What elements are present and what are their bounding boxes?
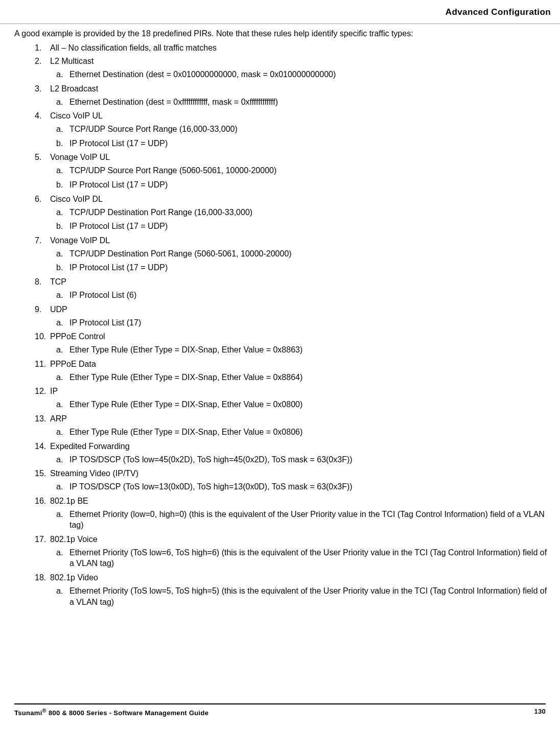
list-item: 8.TCPa.IP Protocol List (6)	[35, 277, 550, 301]
sub-list-letter: a.	[56, 124, 63, 135]
sub-list-text: Ethernet Priority (ToS low=5, ToS high=5…	[69, 586, 547, 606]
page-content: A good example is provided by the 18 pre…	[0, 24, 560, 607]
list-number: 18.	[35, 573, 48, 582]
list-item-title: PPPoE Control	[50, 332, 105, 341]
sub-list-letter: a.	[56, 207, 63, 218]
list-item: 14.Expedited Forwardinga.IP TOS/DSCP (To…	[35, 442, 550, 465]
list-item: 16.802.1p BEa.Ethernet Priority (low=0, …	[35, 497, 550, 531]
list-item: 4.Cisco VoIP ULa.TCP/UDP Source Port Ran…	[35, 111, 550, 149]
sub-list-text: Ether Type Rule (Ether Type = DIX-Snap, …	[69, 345, 302, 354]
sub-list-letter: b.	[56, 179, 63, 191]
sub-list: a. Ether Type Rule (Ether Type = DIX-Sna…	[50, 427, 550, 438]
sub-list-text: Ether Type Rule (Ether Type = DIX-Snap, …	[69, 428, 302, 436]
sub-list-item: b.IP Protocol List (17 = UDP)	[56, 221, 550, 232]
list-item: 15.Streaming Video (IP/TV)a.IP TOS/DSCP …	[35, 469, 550, 492]
sub-list-letter: a.	[56, 317, 63, 328]
page-number: 130	[534, 708, 546, 717]
sub-list-text: Ethernet Destination (dest = 0x010000000…	[69, 70, 336, 79]
sub-list-text: Ethernet Destination (dest = 0xfffffffff…	[69, 98, 278, 106]
sub-list-item: a.Ether Type Rule (Ether Type = DIX-Snap…	[56, 344, 550, 356]
sub-list-letter: b.	[56, 138, 63, 149]
sub-list-text: IP Protocol List (17 = UDP)	[69, 139, 168, 148]
sub-list-item: b.IP Protocol List (17 = UDP)	[56, 179, 550, 191]
sub-list-item: a.TCP/UDP Destination Port Range (16,000…	[56, 207, 550, 218]
list-number: 7.	[35, 236, 48, 245]
sub-list-letter: a.	[56, 509, 63, 520]
sub-list-text: IP TOS/DSCP (ToS low=45(0x2D), ToS high=…	[69, 455, 353, 464]
rules-list: 1.All – No classification fields, all tr…	[14, 43, 550, 607]
list-item-title: Cisco VoIP UL	[50, 111, 103, 120]
sub-list-text: IP Protocol List (17 = UDP)	[69, 222, 168, 230]
sub-list-item: a. Ether Type Rule (Ether Type = DIX-Sna…	[56, 427, 550, 438]
sub-list: a.Ether Type Rule (Ether Type = DIX-Snap…	[50, 399, 550, 410]
sub-list-letter: a.	[56, 585, 63, 597]
sub-list-item: a.IP TOS/DSCP (ToS low=45(0x2D), ToS hig…	[56, 454, 550, 465]
sub-list-item: a.IP Protocol List (17)	[56, 317, 550, 328]
sub-list-letter: a.	[56, 344, 63, 356]
sub-list-text: IP Protocol List (17)	[69, 318, 141, 327]
sub-list-item: a.Ethernet Priority (low=0, high=0) (thi…	[56, 509, 550, 531]
list-item-title: 802.1p Video	[50, 573, 98, 582]
footer-divider	[14, 703, 546, 704]
sub-list-text: IP Protocol List (6)	[69, 291, 136, 299]
sub-list-letter: b.	[56, 221, 63, 232]
list-item-title: 802.1p BE	[50, 497, 88, 505]
sub-list-text: Ethernet Priority (low=0, high=0) (this …	[69, 510, 545, 530]
list-number: 8.	[35, 277, 48, 287]
intro-paragraph: A good example is provided by the 18 pre…	[14, 29, 550, 38]
list-item: 10.PPPoE Controla.Ether Type Rule (Ether…	[35, 332, 550, 356]
sub-list-text: IP Protocol List (17 = UDP)	[69, 263, 168, 272]
sub-list: a.Ethernet Destination (dest = 0xfffffff…	[50, 97, 550, 108]
list-item-title: All – No classification fields, all traf…	[50, 43, 217, 52]
list-item: 18.802.1p Videoa.Ethernet Priority (ToS …	[35, 573, 550, 607]
list-item-title: Expedited Forwarding	[50, 442, 130, 451]
list-item-title: PPPoE Data	[50, 360, 96, 368]
sub-list-letter: a.	[56, 454, 63, 465]
list-item: 13.ARPa. Ether Type Rule (Ether Type = D…	[35, 414, 550, 438]
sub-list-letter: a.	[56, 481, 63, 492]
list-item-title: ARP	[50, 414, 67, 423]
sub-list-item: a.TCP/UDP Source Port Range (5060-5061, …	[56, 165, 550, 176]
list-number: 2.	[35, 57, 48, 66]
sub-list-item: a.IP Protocol List (6)	[56, 290, 550, 301]
sub-list-item: a.TCP/UDP Destination Port Range (5060-5…	[56, 248, 550, 260]
sub-list-letter: a.	[56, 69, 63, 80]
sub-list-letter: a.	[56, 248, 63, 260]
list-item-title: L2 Multicast	[50, 57, 94, 65]
list-item-title: IP	[50, 387, 58, 395]
list-item: 11.PPPoE Dataa.Ether Type Rule (Ether Ty…	[35, 360, 550, 383]
sub-list: a.Ethernet Destination (dest = 0x0100000…	[50, 69, 550, 80]
sub-list: a.IP TOS/DSCP (ToS low=13(0x0D), ToS hig…	[50, 481, 550, 492]
list-number: 13.	[35, 414, 48, 423]
sub-list-item: b.IP Protocol List (17 = UDP)	[56, 262, 550, 273]
list-number: 4.	[35, 111, 48, 121]
list-item-title: L2 Broadcast	[50, 84, 98, 93]
sub-list: a.Ether Type Rule (Ether Type = DIX-Snap…	[50, 344, 550, 356]
sub-list-item: b.IP Protocol List (17 = UDP)	[56, 138, 550, 149]
list-item: 7.Vonage VoIP DLa.TCP/UDP Destination Po…	[35, 236, 550, 273]
sub-list-text: Ether Type Rule (Ether Type = DIX-Snap, …	[69, 373, 302, 382]
sub-list-text: TCP/UDP Source Port Range (16,000-33,000…	[69, 125, 238, 133]
sub-list-text: Ether Type Rule (Ether Type = DIX-Snap, …	[69, 400, 302, 409]
sub-list-text: TCP/UDP Destination Port Range (16,000-3…	[69, 208, 252, 217]
sub-list-letter: a.	[56, 165, 63, 176]
sub-list-letter: a.	[56, 372, 63, 383]
list-item: 6.Cisco VoIP DLa.TCP/UDP Destination Por…	[35, 195, 550, 232]
list-item: 5.Vonage VoIP ULa.TCP/UDP Source Port Ra…	[35, 153, 550, 190]
registered-mark-icon: ®	[42, 708, 46, 714]
list-number: 16.	[35, 497, 48, 506]
list-number: 17.	[35, 535, 48, 544]
page-header: Advanced Configuration	[0, 0, 560, 17]
sub-list-letter: a.	[56, 399, 63, 410]
sub-list: a.IP Protocol List (17)	[50, 317, 550, 328]
sub-list-item: a.TCP/UDP Source Port Range (16,000-33,0…	[56, 124, 550, 135]
list-item: 9.UDPa.IP Protocol List (17)	[35, 305, 550, 328]
sub-list-text: IP Protocol List (17 = UDP)	[69, 180, 168, 189]
section-title: Advanced Configuration	[446, 7, 551, 17]
list-number: 14.	[35, 442, 48, 451]
sub-list-letter: a.	[56, 97, 63, 108]
list-number: 1.	[35, 43, 48, 53]
list-item: 3.L2 Broadcasta.Ethernet Destination (de…	[35, 84, 550, 108]
sub-list-item: a.IP TOS/DSCP (ToS low=13(0x0D), ToS hig…	[56, 481, 550, 492]
sub-list: a.TCP/UDP Destination Port Range (16,000…	[50, 207, 550, 232]
